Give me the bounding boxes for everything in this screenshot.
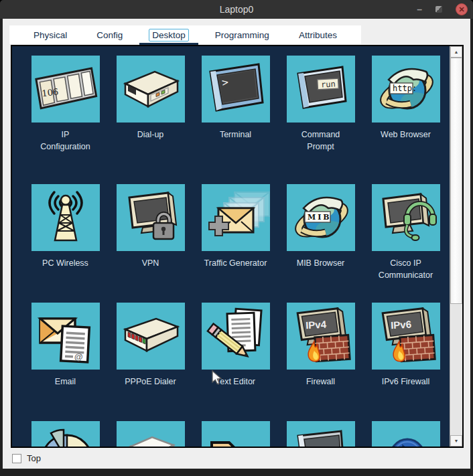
app-cell-pc-wireless: PC Wireless — [23, 184, 108, 303]
app-tile-pointer-oval[interactable] — [372, 421, 440, 447]
app-row: @EmailPPPoE DialerText EditorIPv4Firewal… — [23, 303, 450, 421]
app-tile-terminal-gray[interactable]: > — [287, 421, 355, 447]
top-checkbox[interactable] — [12, 454, 21, 463]
traffic-generator-icon — [202, 184, 270, 251]
tab-label: Desktop — [149, 29, 189, 42]
minimize-icon[interactable]: – — [417, 5, 422, 14]
app-cell-web-browser: http:Web Browser — [363, 56, 448, 184]
folder-icon — [202, 421, 270, 447]
svg-text:MIB: MIB — [308, 213, 332, 222]
app-cell-ip-configuration: 106IP Configuration — [23, 56, 108, 184]
app-label: VPN — [142, 257, 159, 269]
app-cell-pointer-oval — [363, 421, 448, 447]
app-label: PC Wireless — [42, 257, 88, 269]
app-tile-cisco-ip-communicator[interactable] — [372, 184, 440, 251]
app-tile-traffic-generator[interactable] — [202, 184, 270, 251]
app-cell-firewall: IPv4Firewall — [278, 303, 363, 421]
tab-label: Attributes — [295, 29, 340, 42]
tab-desktop[interactable]: Desktop — [137, 25, 200, 44]
svg-text:106: 106 — [41, 86, 58, 98]
pie-chart-icon — [31, 421, 100, 447]
app-cell-text-editor: Text Editor — [193, 303, 278, 421]
scroll-down-icon[interactable]: ▼ — [450, 435, 462, 447]
app-tile-ip-configuration[interactable]: 106 — [31, 56, 100, 123]
app-tile-pc-wireless[interactable] — [31, 184, 100, 251]
app-tile-text-editor[interactable] — [202, 303, 270, 370]
tab-attributes[interactable]: Attributes — [284, 25, 352, 44]
app-label: Dial-up — [137, 129, 164, 141]
vpn-icon — [117, 184, 185, 251]
app-tile-pie-chart[interactable] — [31, 421, 100, 447]
app-cell-cube — [108, 421, 193, 447]
restore-icon[interactable] — [435, 6, 442, 13]
cisco-ip-communicator-icon — [372, 184, 440, 251]
app-cell-mib-browser: MIBMIB Browser — [278, 184, 363, 303]
tab-bar: PhysicalConfigDesktopProgrammingAttribut… — [9, 25, 361, 44]
window-controls: – ✕ — [417, 0, 468, 19]
scrollbar-thumb[interactable] — [450, 58, 462, 304]
app-tile-firewall[interactable]: IPv4 — [287, 303, 355, 370]
app-tile-dial-up[interactable] — [117, 56, 185, 123]
app-label: Cisco IP Communicator — [363, 257, 448, 281]
tab-physical[interactable]: Physical — [19, 25, 82, 44]
app-cell-terminal: >Terminal — [193, 56, 278, 184]
app-label: MIB Browser — [297, 257, 345, 269]
firewall-icon: IPv4 — [287, 303, 355, 370]
tab-config[interactable]: Config — [82, 25, 137, 44]
scroll-up-icon[interactable]: ▲ — [450, 46, 462, 58]
title-bar[interactable]: Laptop0 – ✕ — [0, 0, 473, 19]
app-cell-pie-chart — [23, 421, 108, 447]
app-cell-email: @Email — [23, 303, 108, 421]
app-label: Email — [55, 376, 76, 388]
cube-icon — [117, 421, 185, 447]
mib-browser-icon: MIB — [287, 184, 355, 251]
app-cell-traffic-generator: Traffic Generator — [193, 184, 278, 303]
app-tile-mib-browser[interactable]: MIB — [287, 184, 355, 251]
terminal-gray-icon: > — [287, 421, 355, 447]
app-tile-terminal[interactable]: > — [202, 56, 270, 123]
footer-bar: Top — [3, 448, 470, 469]
app-cell-terminal-gray: > — [278, 421, 363, 447]
svg-text:run: run — [320, 79, 335, 89]
app-label: PPPoE Dialer — [125, 376, 176, 388]
svg-text:@: @ — [74, 351, 82, 362]
app-tile-pppoe-dialer[interactable] — [117, 303, 185, 370]
email-icon: @ — [31, 303, 100, 370]
app-cell-cisco-ip-communicator: Cisco IP Communicator — [363, 184, 448, 303]
app-tile-folder[interactable] — [202, 421, 270, 447]
ip-configuration-icon: 106 — [31, 56, 100, 123]
app-label: Firewall — [306, 376, 335, 388]
svg-text:IPv6: IPv6 — [390, 319, 411, 331]
desktop-panel: 106IP ConfigurationDial-up>TerminalrunCo… — [11, 45, 464, 448]
vertical-scrollbar[interactable]: ▲ ▼ — [450, 46, 462, 447]
app-label: Text Editor — [216, 376, 255, 388]
app-tile-ipv6-firewall[interactable]: IPv6 — [372, 303, 440, 370]
tab-label: Programming — [212, 29, 273, 42]
close-icon[interactable]: ✕ — [456, 3, 468, 15]
tab-programming[interactable]: Programming — [200, 25, 284, 44]
terminal-icon: > — [202, 56, 270, 123]
app-cell-ipv6-firewall: IPv6IPv6 Firewall — [363, 303, 448, 421]
tab-label: Config — [93, 29, 126, 42]
app-label: Web Browser — [381, 129, 431, 141]
app-tile-cube[interactable] — [117, 421, 185, 447]
svg-text:http:: http: — [393, 84, 417, 93]
app-cell-vpn: VPN — [108, 184, 193, 303]
window-title: Laptop0 — [0, 0, 473, 19]
app-tile-email[interactable]: @ — [31, 303, 100, 370]
tab-label: Physical — [30, 29, 70, 42]
app-tile-web-browser[interactable]: http: — [372, 56, 440, 123]
app-label: Command Prompt — [301, 129, 340, 153]
pc-wireless-icon — [31, 184, 100, 251]
app-grid: 106IP ConfigurationDial-up>TerminalrunCo… — [12, 46, 450, 447]
app-tile-command-prompt[interactable]: run — [287, 56, 355, 123]
text-editor-icon — [202, 303, 270, 370]
app-cell-folder — [193, 421, 278, 447]
app-cell-pppoe-dialer: PPPoE Dialer — [108, 303, 193, 421]
app-label: IPv6 Firewall — [382, 376, 430, 388]
dial-up-icon — [117, 56, 185, 123]
pppoe-dialer-icon — [117, 303, 185, 370]
app-row: PC WirelessVPNTraffic GeneratorMIBMIB Br… — [23, 184, 450, 303]
app-label: Traffic Generator — [204, 257, 267, 269]
app-tile-vpn[interactable] — [117, 184, 185, 251]
